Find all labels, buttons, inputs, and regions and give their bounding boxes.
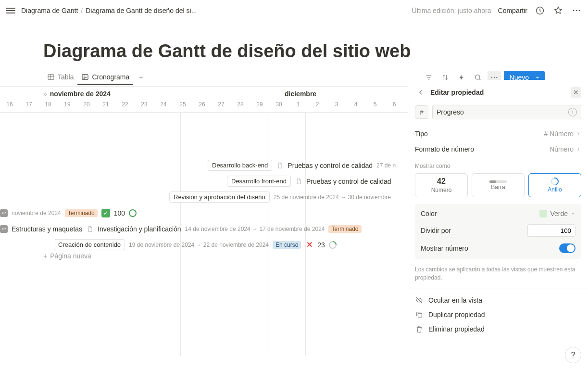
svg-point-3 [579,10,580,12]
delete-property-button[interactable]: Eliminar propiedad [415,322,581,336]
day-header: 21 [96,101,115,112]
help-button[interactable]: ? [565,347,581,363]
tab-timeline[interactable]: Cronograma [77,70,133,85]
day-header: 16 [0,101,19,112]
status-tag-done: Terminado [328,225,361,233]
property-panel: Editar propiedad ✕ # Progreso i Tipo #Nú… [408,80,588,370]
display-option-bar[interactable]: Barra [472,173,525,197]
format-row[interactable]: Formato de número Número [415,141,581,157]
panel-note: Los cambios se aplicarán a todas las vis… [415,266,581,282]
day-header: 1 [288,101,308,112]
show-number-toggle[interactable] [559,243,575,253]
info-icon[interactable]: i [568,108,577,116]
type-row[interactable]: Tipo #Número [415,126,581,141]
chevron-down-icon[interactable] [532,75,540,80]
table-icon [47,73,55,81]
task-date: 19 de noviembre de 2024 → 22 de noviembr… [129,242,269,248]
svg-rect-10 [418,313,422,317]
day-header: 29 [250,101,269,112]
timeline-icon [81,73,89,81]
back-button[interactable] [415,87,426,98]
type-label: Tipo [415,130,428,138]
collapse-icon[interactable]: » [43,90,47,98]
number-type-icon[interactable]: # [415,105,428,119]
display-ring-label: Anillo [548,186,562,193]
show-number-label: Mostrar número [421,244,468,252]
task-date: 25 de noviembre de 2024 → 30 de noviembr… [274,194,391,201]
property-name-input[interactable]: Progreso i [432,105,581,119]
duplicate-label: Duplicar propiedad [428,311,485,319]
task-structures[interactable]: Estructuras y maquetas [12,225,82,233]
task-qa-link[interactable]: Pruebas y control de calidad [288,162,373,169]
tab-timeline-label: Cronograma [92,73,129,81]
task-row[interactable]: Desarrollo front-end Pruebas y control d… [227,175,391,188]
close-button[interactable]: ✕ [571,87,581,98]
task-backend[interactable]: Desarrollo back-end [208,160,272,171]
day-header: 27 [212,101,231,112]
share-button[interactable]: Compartir [498,7,527,14]
month-label-2: diciembre [285,90,316,98]
clock-icon[interactable] [534,5,546,16]
task-date: 14 de noviembre de 2024 → 17 de noviembr… [185,226,325,232]
format-value: Número [550,145,574,153]
display-bar-label: Barra [491,184,505,191]
trash-icon [415,325,424,333]
new-page-button[interactable]: + Página nueva [43,252,91,260]
day-header: 25 [173,101,192,112]
status-tag-progress: En curso [273,241,301,249]
task-row[interactable]: ↩ Estructuras y maquetas Investigación y… [0,222,362,236]
task-row[interactable]: Creación de contenido 19 de noviembre de… [54,238,337,252]
day-header: 4 [346,101,365,112]
task-qa-link[interactable]: Pruebas y control de calidad [306,178,391,185]
task-row[interactable]: ↩ noviembre de 2024 Terminado ✓ 100 [0,206,137,220]
status-tag-done: Terminado [65,209,98,217]
page-icon [295,178,302,185]
back-arrow-icon[interactable]: ↩ [0,209,8,217]
tab-table[interactable]: Tabla [43,70,77,85]
plus-icon: + [43,252,47,260]
task-frontend[interactable]: Desarrollo front-end [227,176,291,187]
color-swatch [539,210,547,217]
svg-rect-5 [82,75,88,80]
day-header: 28 [231,101,250,112]
hide-label: Ocultar en la vista [428,296,482,304]
display-number-preview: 42 [437,177,446,186]
progress-value: 23 [317,241,325,249]
divide-label: Dividir por [421,227,451,234]
ring-icon [129,209,137,217]
panel-title: Editar propiedad [430,89,567,96]
add-view-button[interactable]: + [135,72,147,83]
color-row[interactable]: Color Verde [421,210,575,217]
breadcrumb-current[interactable]: Diagrama de Gantt de diseño del si... [86,7,197,14]
divide-input[interactable] [527,224,575,237]
more-icon[interactable] [571,5,582,16]
task-row[interactable]: Desarrollo back-end Pruebas y control de… [208,159,396,172]
delete-label: Eliminar propiedad [428,325,485,333]
task-date: 27 de n [376,162,396,169]
breadcrumb: Diagrama de Gantt / Diagrama de Gantt de… [21,7,197,14]
month-label-1: noviembre de 2024 [50,90,111,98]
task-content[interactable]: Creación de contenido [54,239,125,250]
breadcrumb-root[interactable]: Diagrama de Gantt [21,7,78,14]
hash-icon: # [544,130,548,138]
task-row[interactable]: Revisión y aprobación del diseño 25 de n… [169,191,391,204]
display-option-ring[interactable]: Anillo [528,173,581,197]
display-option-number[interactable]: 42 Número [415,173,468,197]
task-date: noviembre de 2024 [12,210,61,217]
task-research[interactable]: Investigación y planificación [98,225,181,233]
day-header: 20 [77,101,96,112]
task-review[interactable]: Revisión y aprobación del diseño [169,191,270,203]
page-title[interactable]: Diagrama de Gantt de diseño del sitio we… [0,21,588,66]
check-icon: ✓ [101,209,110,217]
display-number-label: Número [431,187,452,193]
divider [408,289,588,289]
type-value: Número [550,130,574,138]
svg-point-1 [573,10,575,12]
star-icon[interactable] [552,5,564,16]
back-arrow-icon[interactable]: ↩ [0,225,8,233]
duplicate-property-button[interactable]: Duplicar propiedad [415,307,581,322]
chevron-right-icon [575,146,581,152]
hide-property-button[interactable]: Ocultar en la vista [415,293,581,307]
ring-icon [327,239,338,250]
menu-icon[interactable] [6,6,15,15]
